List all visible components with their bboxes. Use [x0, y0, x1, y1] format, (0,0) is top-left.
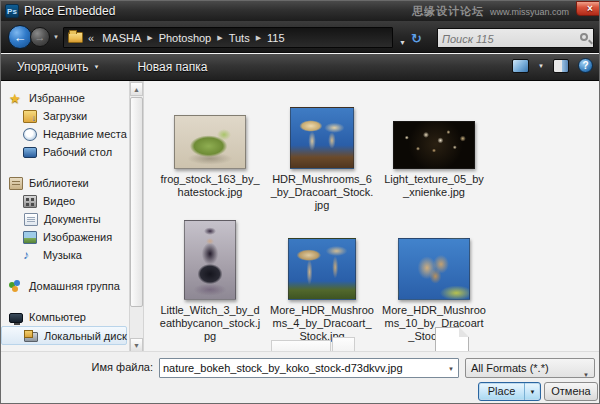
breadcrumb[interactable]: « MASHA ▶ Photoshop ▶ Tuts ▶ 115: [63, 27, 393, 48]
preview-pane-icon[interactable]: [553, 59, 569, 73]
file-thumbnail-witch: [184, 220, 236, 300]
sidebar-item-homegroup[interactable]: Домашняя группа: [1, 277, 129, 295]
place-button[interactable]: Place: [479, 383, 524, 400]
place-button-group: Place ▼: [478, 382, 541, 401]
music-note-icon: ♪: [23, 249, 37, 262]
sidebar-item-video[interactable]: Видео: [1, 192, 129, 210]
breadcrumb-segment-masha[interactable]: MASHA: [99, 32, 144, 44]
search-box[interactable]: [437, 28, 594, 48]
command-toolbar: Упорядочить ▼ Новая папка ▼ ?: [1, 54, 599, 81]
scroll-up-icon[interactable]: ▲: [130, 82, 143, 96]
filename-input[interactable]: [163, 360, 439, 376]
organize-button[interactable]: Упорядочить ▼: [9, 57, 107, 77]
file-name: Little_Witch_3_by_deathbycanon_stock.jpg: [158, 304, 262, 343]
downloads-folder-icon: ↓: [23, 110, 37, 123]
breadcrumb-segment-115[interactable]: 115: [264, 32, 288, 44]
generic-file-icon[interactable]: [435, 327, 469, 353]
toolbar-right-icons: ▼ ?: [512, 58, 593, 73]
file-name: Light_texture_05_by_xnienke.jpg: [382, 173, 486, 199]
new-folder-label: Новая папка: [137, 60, 207, 74]
address-dropdown-caret-icon[interactable]: ▼: [399, 39, 406, 46]
computer-icon: [9, 313, 23, 323]
format-value: All Formats (*.*): [471, 362, 549, 374]
file-item-hdr-mushrooms-6[interactable]: HDR_Mushrooms_6_by_Dracoart_Stock.jpg: [268, 93, 376, 214]
star-icon: ★: [9, 92, 23, 105]
close-button[interactable]: ×: [576, 1, 600, 16]
filename-dropdown-caret-icon[interactable]: ▼: [448, 366, 454, 372]
filename-combobox[interactable]: ▼: [159, 358, 459, 378]
address-bar: ← → ▼ « MASHA ▶ Photoshop ▶ Tuts ▶ 115 ▼…: [1, 21, 599, 53]
clock-icon: [23, 128, 37, 141]
file-list: frog_stock_163_by_hatestock.jpg HDR_Mush…: [148, 81, 599, 353]
sidebar-item-label: Музыка: [43, 249, 82, 261]
scrollbar-thumb[interactable]: [130, 97, 143, 307]
sidebar-item-label: Домашняя группа: [29, 280, 120, 292]
file-name: More_HDR_Mushrooms_10_by_Dracoart_Stock.…: [382, 304, 486, 343]
forward-button[interactable]: →: [30, 27, 50, 47]
titlebar: Ps Place Embedded 思缘设计论坛 www.missyuan.co…: [1, 1, 599, 21]
forward-arrow-icon: →: [35, 31, 46, 43]
sidebar-item-label: Рабочий стол: [43, 146, 112, 158]
breadcrumb-segment-photoshop[interactable]: Photoshop: [156, 32, 215, 44]
breadcrumb-separator-icon: ▶: [253, 34, 264, 42]
sidebar-item-computer[interactable]: Компьютер: [1, 308, 129, 326]
search-magnifier-icon: [580, 33, 588, 41]
change-view-icon[interactable]: [512, 59, 529, 73]
sidebar-item-local-disk[interactable]: Локальный диск: [1, 326, 127, 345]
file-item-frog[interactable]: frog_stock_163_by_hatestock.jpg: [156, 93, 264, 214]
disk-drive-icon: [24, 332, 38, 342]
back-button[interactable]: ←: [8, 25, 32, 49]
file-name: HDR_Mushrooms_6_by_Dracoart_Stock.jpg: [270, 173, 374, 212]
sidebar-item-music[interactable]: ♪ Музыка: [1, 246, 129, 264]
sidebar-item-pictures[interactable]: Изображения: [1, 228, 129, 246]
search-input[interactable]: [442, 31, 572, 47]
breadcrumb-overflow-chevron[interactable]: «: [88, 32, 94, 44]
sidebar-item-favorites[interactable]: ★ Избранное: [1, 89, 129, 107]
file-thumbnail-light-texture: [393, 121, 475, 169]
place-dropdown-caret-icon[interactable]: ▼: [524, 383, 540, 400]
help-icon[interactable]: ?: [578, 58, 593, 73]
file-item-little-witch[interactable]: Little_Witch_3_by_deathbycanon_stock.jpg: [156, 224, 264, 345]
sidebar-item-documents[interactable]: Документы: [1, 210, 129, 228]
down-arrow-icon: ↓: [32, 114, 37, 123]
change-view-caret-icon[interactable]: ▼: [538, 63, 544, 69]
place-embedded-dialog: Ps Place Embedded 思缘设计论坛 www.missyuan.co…: [0, 0, 600, 404]
dialog-footer: Имя файла: ▼ All Formats (*.*) ▼ Place ▼…: [1, 351, 599, 403]
sidebar-scrollbar[interactable]: ▲ ▼: [129, 81, 144, 353]
window-title: Place Embedded: [24, 4, 115, 18]
scroll-down-icon[interactable]: ▼: [130, 338, 143, 352]
file-item-more-mushrooms-4[interactable]: More_HDR_Mushrooms_4_by_Dracoart_Stock.j…: [268, 224, 376, 345]
watermark-cn-text: 思缘设计论坛: [412, 4, 484, 19]
sidebar-item-downloads[interactable]: ↓ Загрузки: [1, 107, 129, 125]
filename-label: Имя файла:: [1, 361, 153, 373]
documents-icon: [24, 213, 38, 226]
pictures-icon: [23, 231, 37, 244]
breadcrumb-segment-tuts[interactable]: Tuts: [226, 32, 253, 44]
file-item-light-texture[interactable]: Light_texture_05_by_xnienke.jpg: [380, 93, 488, 214]
photoshop-app-icon: Ps: [5, 4, 19, 18]
file-item-more-mushrooms-10[interactable]: More_HDR_Mushrooms_10_by_Dracoart_Stock.…: [380, 224, 488, 345]
file-thumbnail-mushrooms: [288, 238, 356, 300]
new-folder-button[interactable]: Новая папка: [129, 57, 215, 77]
sidebar-item-desktop[interactable]: Рабочий стол: [1, 143, 129, 161]
sidebar-item-label: Загрузки: [43, 110, 87, 122]
breadcrumb-separator-icon: ▶: [214, 34, 225, 42]
file-thumbnail-mushrooms: [290, 107, 354, 169]
recent-pages-caret-icon[interactable]: ▼: [53, 34, 59, 40]
watermark-url-text: www.missyuan.com: [490, 7, 569, 17]
homegroup-icon: [9, 280, 23, 293]
sidebar-item-label: Библиотеки: [29, 177, 89, 189]
cancel-button[interactable]: Отмена: [544, 382, 598, 401]
sidebar-item-recent-places[interactable]: Недавние места: [1, 125, 129, 143]
file-thumbnail-frog: [174, 115, 246, 169]
sidebar-item-libraries[interactable]: Библиотеки: [1, 174, 129, 192]
sidebar-item-label: Недавние места: [43, 128, 127, 140]
sidebar-item-label: Компьютер: [29, 311, 86, 323]
watermark: 思缘设计论坛 www.missyuan.com: [412, 4, 569, 19]
libraries-icon: [9, 177, 23, 190]
organize-label: Упорядочить: [17, 60, 88, 74]
folder-icon: [68, 32, 83, 43]
desktop-icon: [23, 147, 37, 158]
refresh-icon[interactable]: ↻: [411, 31, 422, 46]
format-dropdown[interactable]: All Formats (*.*) ▼: [465, 358, 595, 378]
